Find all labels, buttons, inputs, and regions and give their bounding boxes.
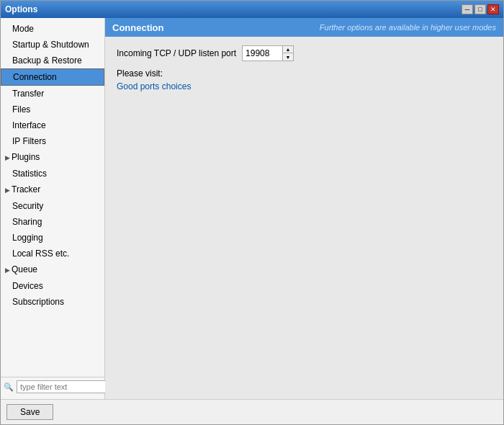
sidebar-item-plugins[interactable]: ▶Plugins xyxy=(1,149,104,166)
sidebar-item-startup-shutdown[interactable]: Startup & Shutdown xyxy=(1,37,104,53)
save-button[interactable]: Save xyxy=(6,404,53,420)
port-spinner: ▲ ▼ xyxy=(282,46,293,61)
content-body: Incoming TCP / UDP listen port ▲ ▼ Pleas… xyxy=(105,37,503,399)
sidebar-item-ip-filters[interactable]: IP Filters xyxy=(1,133,104,149)
good-ports-link[interactable]: Good ports choices xyxy=(117,81,191,91)
port-label: Incoming TCP / UDP listen port xyxy=(117,48,236,58)
main-area: Mode Startup & Shutdown Backup & Restore… xyxy=(1,18,503,399)
queue-arrow-icon: ▶ xyxy=(5,267,10,274)
sidebar-item-devices[interactable]: Devices xyxy=(1,278,104,294)
sidebar-item-transfer[interactable]: Transfer xyxy=(1,86,104,102)
sidebar-item-local-rss[interactable]: Local RSS etc. xyxy=(1,246,104,261)
sidebar-item-mode[interactable]: Mode xyxy=(1,21,104,37)
sidebar-item-subscriptions[interactable]: Subscriptions xyxy=(1,294,104,310)
sidebar-item-queue[interactable]: ▶Queue xyxy=(1,261,104,278)
close-button[interactable]: ✕ xyxy=(487,4,499,14)
content-title: Connection xyxy=(112,22,164,33)
sidebar-item-files[interactable]: Files xyxy=(1,102,104,117)
sidebar-item-logging[interactable]: Logging xyxy=(1,230,104,246)
sidebar-item-interface[interactable]: Interface xyxy=(1,117,104,133)
sidebar-item-backup-restore[interactable]: Backup & Restore xyxy=(1,53,104,68)
content-hint: Further options are available in higher … xyxy=(320,23,496,32)
minimize-button[interactable]: ─ xyxy=(462,4,473,14)
content-header: Connection Further options are available… xyxy=(105,18,503,37)
content-area: Connection Further options are available… xyxy=(105,18,503,399)
port-row: Incoming TCP / UDP listen port ▲ ▼ xyxy=(117,45,492,61)
sidebar-item-sharing[interactable]: Sharing xyxy=(1,214,104,230)
port-input[interactable] xyxy=(243,46,282,61)
sidebar-item-security[interactable]: Security xyxy=(1,198,104,214)
port-decrement-button[interactable]: ▼ xyxy=(283,53,293,61)
plugins-arrow-icon: ▶ xyxy=(5,154,10,161)
footer: Save xyxy=(1,399,503,424)
tracker-arrow-icon: ▶ xyxy=(5,187,10,194)
port-increment-button[interactable]: ▲ xyxy=(283,46,293,53)
sidebar-item-connection[interactable]: Connection xyxy=(1,68,104,86)
options-window: Options ─ □ ✕ Mode Startup & Shutdown Ba… xyxy=(0,0,504,425)
window-body: Mode Startup & Shutdown Backup & Restore… xyxy=(1,18,503,424)
please-visit-text: Please visit: xyxy=(117,68,492,79)
title-bar: Options ─ □ ✕ xyxy=(1,1,503,18)
sidebar-item-tracker[interactable]: ▶Tracker xyxy=(1,182,104,198)
port-input-wrap: ▲ ▼ xyxy=(242,45,294,61)
search-icon: 🔍 xyxy=(4,382,14,392)
window-controls: ─ □ ✕ xyxy=(462,4,499,14)
sidebar-filter-row: 🔍 ✕ xyxy=(1,377,104,396)
sidebar-item-statistics[interactable]: Statistics xyxy=(1,166,104,182)
maximize-button[interactable]: □ xyxy=(474,4,486,14)
sidebar: Mode Startup & Shutdown Backup & Restore… xyxy=(1,18,105,399)
window-title: Options xyxy=(5,4,37,14)
